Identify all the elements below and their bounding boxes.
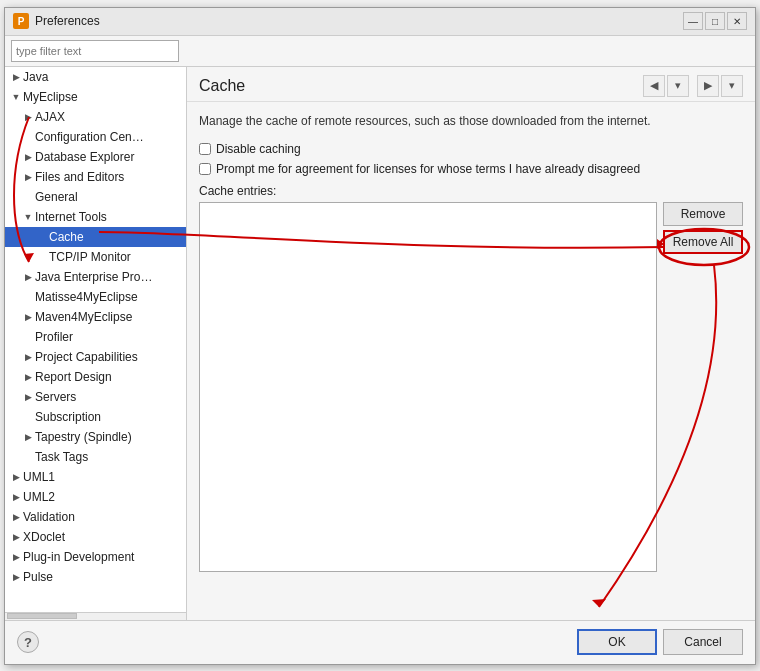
sidebar-item-label: Java [23,70,182,84]
sidebar-item-servers[interactable]: ▶ Servers [5,387,186,407]
sidebar-item-maven4[interactable]: ▶ Maven4MyEclipse [5,307,186,327]
sidebar-item-label: AJAX [35,110,182,124]
back-button[interactable]: ◀ [643,75,665,97]
main-area: ▶ Java ▼ MyEclipse ▶ AJAX Configuration … [5,67,755,620]
help-button[interactable]: ? [17,631,39,653]
footer-right: OK Cancel [577,629,743,655]
cache-entries-area: Remove Remove All [199,202,743,572]
forward-button[interactable]: ▶ [697,75,719,97]
footer: ? OK Cancel [5,620,755,664]
sidebar-item-report-design[interactable]: ▶ Report Design [5,367,186,387]
prompt-agreement-checkbox[interactable] [199,163,211,175]
expand-arrow: ▶ [9,532,23,542]
filter-input[interactable] [11,40,179,62]
expand-arrow: ▶ [21,372,35,382]
sidebar-item-xdoclet[interactable]: ▶ XDoclet [5,527,186,547]
sidebar-item-tcpip[interactable]: TCP/IP Monitor [5,247,186,267]
window-controls: — □ ✕ [683,12,747,30]
back-dropdown[interactable]: ▾ [667,75,689,97]
expand-arrow [21,452,35,462]
sidebar-item-uml2[interactable]: ▶ UML2 [5,487,186,507]
sidebar-item-label: MyEclipse [23,90,182,104]
expand-arrow: ▶ [21,272,35,282]
sidebar-item-label: UML1 [23,470,182,484]
sidebar-item-label: Maven4MyEclipse [35,310,182,324]
sidebar-item-files-editors[interactable]: ▶ Files and Editors [5,167,186,187]
content-body: Manage the cache of remote resources, su… [187,102,755,620]
title-bar: P Preferences — □ ✕ [5,8,755,36]
maximize-button[interactable]: □ [705,12,725,30]
sidebar-item-task-tags[interactable]: Task Tags [5,447,186,467]
sidebar-item-label: Files and Editors [35,170,182,184]
sidebar-item-matisse4[interactable]: Matisse4MyEclipse [5,287,186,307]
scroll-thumb[interactable] [7,613,77,619]
remove-button[interactable]: Remove [663,202,743,226]
close-button[interactable]: ✕ [727,12,747,30]
sidebar-item-cache[interactable]: Cache [5,227,186,247]
sidebar-item-plugin-dev[interactable]: ▶ Plug-in Development [5,547,186,567]
expand-arrow: ▶ [9,72,23,82]
expand-arrow: ▶ [21,172,35,182]
sidebar-item-label: Pulse [23,570,182,584]
prompt-agreement-label[interactable]: Prompt me for agreement for licenses for… [216,162,640,176]
sidebar-item-label: Configuration Cen… [35,130,182,144]
app-icon: P [13,13,29,29]
expand-arrow: ▶ [21,432,35,442]
sidebar-item-project-caps[interactable]: ▶ Project Capabilities [5,347,186,367]
remove-all-button[interactable]: Remove All [663,230,743,254]
footer-left: ? [17,631,39,653]
sidebar-item-internet-tools[interactable]: ▼ Internet Tools [5,207,186,227]
expand-arrow: ▶ [9,512,23,522]
sidebar-item-pulse[interactable]: ▶ Pulse [5,567,186,587]
sidebar-hscrollbar[interactable] [5,612,186,620]
sidebar-item-label: General [35,190,182,204]
expand-arrow [21,292,35,302]
ok-button[interactable]: OK [577,629,657,655]
expand-arrow [35,232,49,242]
sidebar-item-label: UML2 [23,490,182,504]
expand-arrow: ▶ [21,152,35,162]
sidebar-item-label: Internet Tools [35,210,182,224]
sidebar-item-general[interactable]: General [5,187,186,207]
sidebar-item-subscription[interactable]: Subscription [5,407,186,427]
sidebar-item-label: Java Enterprise Pro… [35,270,182,284]
sidebar-item-label: Plug-in Development [23,550,182,564]
sidebar-item-validation[interactable]: ▶ Validation [5,507,186,527]
expand-arrow [35,252,49,262]
prompt-agreement-row: Prompt me for agreement for licenses for… [199,162,743,176]
expand-arrow: ▼ [21,212,35,222]
cache-buttons: Remove Remove All [663,202,743,254]
expand-arrow [21,332,35,342]
sidebar-item-myeclipse[interactable]: ▼ MyEclipse [5,87,186,107]
sidebar-item-label: Tapestry (Spindle) [35,430,182,444]
sidebar-item-tapestry[interactable]: ▶ Tapestry (Spindle) [5,427,186,447]
sidebar-item-label: Report Design [35,370,182,384]
disable-caching-label[interactable]: Disable caching [216,142,301,156]
cancel-button[interactable]: Cancel [663,629,743,655]
sidebar-item-config-center[interactable]: Configuration Cen… [5,127,186,147]
sidebar-item-ajax[interactable]: ▶ AJAX [5,107,186,127]
sidebar-item-java[interactable]: ▶ Java [5,67,186,87]
sidebar-item-label: Task Tags [35,450,182,464]
sidebar-item-profiler[interactable]: Profiler [5,327,186,347]
expand-arrow: ▶ [21,352,35,362]
sidebar-item-uml1[interactable]: ▶ UML1 [5,467,186,487]
cache-list[interactable] [199,202,657,572]
expand-arrow [21,412,35,422]
disable-caching-checkbox[interactable] [199,143,211,155]
sidebar-item-label: Cache [49,230,182,244]
sidebar-item-db-explorer[interactable]: ▶ Database Explorer [5,147,186,167]
sidebar-item-label: Servers [35,390,182,404]
sidebar: ▶ Java ▼ MyEclipse ▶ AJAX Configuration … [5,67,187,620]
sidebar-item-label: Validation [23,510,182,524]
cache-entries-label: Cache entries: [199,184,743,198]
minimize-button[interactable]: — [683,12,703,30]
sidebar-item-java-enterprise[interactable]: ▶ Java Enterprise Pro… [5,267,186,287]
content-description: Manage the cache of remote resources, su… [199,112,743,130]
content-header: Cache ◀ ▾ ▶ ▾ [187,67,755,102]
forward-dropdown[interactable]: ▾ [721,75,743,97]
expand-arrow: ▶ [9,492,23,502]
sidebar-item-label: TCP/IP Monitor [49,250,182,264]
expand-arrow: ▶ [21,112,35,122]
sidebar-item-label: Profiler [35,330,182,344]
